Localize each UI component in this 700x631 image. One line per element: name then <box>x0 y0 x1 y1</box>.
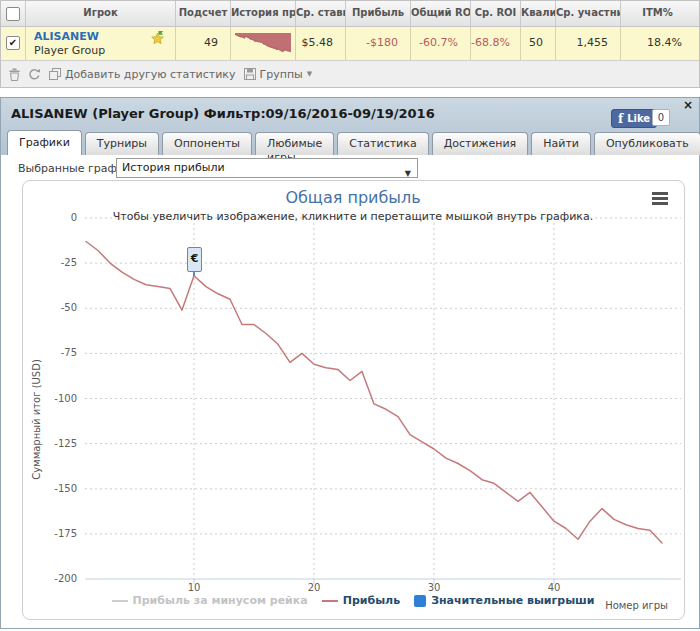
table-row: ✔ ALISANEW Player Group 49 $5.48 -$180 -… <box>1 27 699 61</box>
graph-select-row: Выбранные графики: История прибыли ▼ <box>1 155 699 181</box>
groups-button[interactable]: Группы ▼ <box>244 68 313 81</box>
x-tick-label: 30 <box>414 582 454 593</box>
tab-4[interactable]: Любимые игры <box>255 132 334 155</box>
stats-table: Игрок Подсчет История прибь Ср. ставк Пр… <box>0 0 700 88</box>
col-itm: ITM% <box>621 1 694 26</box>
legend-item-net-of-rake[interactable]: Прибыль за минусом рейка <box>112 594 308 607</box>
legend-item-profit[interactable]: Прибыль <box>322 594 400 607</box>
player-panel: ALISANEW (Player Group) Фильтр:09/16/201… <box>0 97 700 629</box>
col-avg-roi: Ср. ROI <box>471 1 521 26</box>
graph-select[interactable]: История прибыли ▼ <box>116 158 418 178</box>
avg-stake-value: $5.48 <box>296 27 346 60</box>
col-player: Игрок <box>26 1 176 26</box>
col-avg-stake: Ср. ставк <box>296 1 346 26</box>
col-count: Подсчет <box>176 1 231 26</box>
tabs: ГрафикиТурнирыОппонентыЛюбимые игрыСтати… <box>7 130 700 155</box>
facebook-like-button[interactable]: f Like <box>611 109 657 128</box>
sharkscope-page: { "table": { "columns": ["Игрок","Подсче… <box>0 0 700 631</box>
tab-6[interactable]: Достижения <box>432 132 529 155</box>
tab-2[interactable]: Турниры <box>85 132 159 155</box>
profit-chart[interactable]: Общая прибыль Чтобы увеличить изображени… <box>22 180 685 620</box>
tab-3[interactable]: Оппоненты <box>162 132 252 155</box>
total-roi-value: -60.7% <box>411 27 471 60</box>
stats-table-header: Игрок Подсчет История прибь Ср. ставк Пр… <box>1 1 699 27</box>
itm-value: 18.4% <box>621 27 694 60</box>
tab-8[interactable]: Опубликовать <box>594 132 700 155</box>
chart-subtitle: Чтобы увеличить изображение, кликните и … <box>23 210 683 223</box>
blue-square-swatch <box>414 595 426 607</box>
panel-header: ALISANEW (Player Group) Фильтр:09/16/201… <box>1 98 699 155</box>
delete-icon[interactable] <box>9 68 20 81</box>
facebook-icon: f <box>618 112 623 126</box>
y-tick-label: -25 <box>33 257 77 268</box>
count-value: 49 <box>176 27 231 60</box>
chart-menu-icon[interactable] <box>652 192 668 207</box>
avg-roi-value: -68.8% <box>471 27 521 60</box>
col-profit: Прибыль <box>346 1 411 26</box>
legend-item-significant-wins[interactable]: Значительные выигрыши <box>414 594 594 607</box>
player-type-label: Player Group <box>34 44 171 58</box>
y-axis-title: Суммарный итог (USD) <box>31 270 42 570</box>
profit-value: -$180 <box>346 27 411 60</box>
col-qualified: Квали <box>521 1 556 26</box>
profit-history-sparkline <box>231 27 295 60</box>
chart-legend: Прибыль за минусом рейка Прибыль Значите… <box>23 594 683 607</box>
panel-title: ALISANEW (Player Group) Фильтр:09/16/201… <box>11 106 435 121</box>
tab-1[interactable]: Графики <box>7 130 82 155</box>
x-tick-label: 10 <box>174 582 214 593</box>
star-badge-icon <box>150 31 165 46</box>
gray-line-swatch <box>112 600 128 602</box>
tab-5[interactable]: Статистика <box>337 132 428 155</box>
tab-7[interactable]: Найти <box>531 132 591 155</box>
table-toolbar: Добавить другую статистику Группы ▼ <box>1 61 699 87</box>
close-icon[interactable]: × <box>683 98 693 112</box>
select-all-checkbox[interactable] <box>6 7 20 21</box>
copy-icon <box>49 68 61 80</box>
avg-entrants-value: 1,455 <box>556 27 621 60</box>
qualified-value: 50 <box>521 27 556 60</box>
y-tick-label: 0 <box>33 212 77 223</box>
chart-title: Общая прибыль <box>23 188 683 207</box>
y-tick-label: -200 <box>33 573 77 584</box>
euro-flag-marker[interactable]: € <box>187 247 202 272</box>
col-history: История прибь <box>231 1 296 26</box>
save-icon <box>244 68 256 80</box>
refresh-icon[interactable] <box>28 68 41 81</box>
plot-area <box>23 181 683 619</box>
chevron-down-icon: ▼ <box>307 70 312 78</box>
red-line-swatch <box>322 600 338 602</box>
col-avg-entrants: Ср. участник <box>556 1 621 26</box>
x-tick-label: 40 <box>534 582 574 593</box>
x-tick-label: 20 <box>294 582 334 593</box>
col-total-roi: Общий ROI <box>411 1 471 26</box>
like-count-badge: 0 <box>652 109 670 126</box>
add-statistic-button[interactable]: Добавить другую статистику <box>49 68 236 81</box>
row-checkbox[interactable]: ✔ <box>6 36 20 50</box>
